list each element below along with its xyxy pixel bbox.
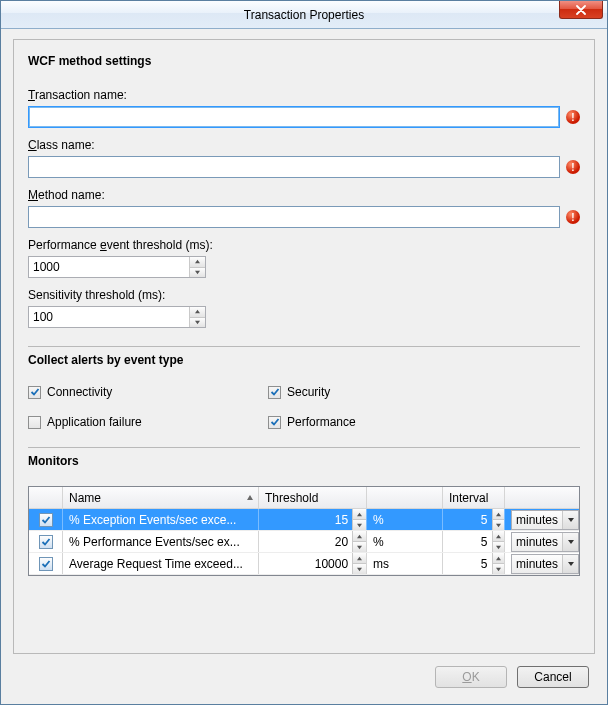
table-row[interactable]: % Exception Events/sec exce...%minutes bbox=[29, 509, 579, 531]
col-interval-unit[interactable] bbox=[505, 487, 579, 508]
spin-up[interactable] bbox=[493, 509, 504, 520]
col-threshold-label: Threshold bbox=[265, 491, 318, 505]
interval-spinner[interactable] bbox=[443, 509, 504, 530]
checkbox-icon bbox=[268, 386, 281, 399]
table-row[interactable]: % Performance Events/sec ex...%minutes bbox=[29, 531, 579, 553]
checkbox-icon bbox=[268, 416, 281, 429]
row-checkbox[interactable] bbox=[39, 513, 53, 527]
threshold-input[interactable] bbox=[259, 509, 352, 530]
monitors-heading: Monitors bbox=[28, 454, 580, 468]
row-checkbox[interactable] bbox=[39, 557, 53, 571]
titlebar: Transaction Properties bbox=[1, 1, 607, 29]
col-threshold[interactable]: Threshold bbox=[259, 487, 367, 508]
col-checkbox[interactable] bbox=[29, 487, 63, 508]
sens-threshold-input[interactable] bbox=[29, 307, 189, 327]
alerts-checks: ConnectivityApplication failureSecurityP… bbox=[28, 385, 580, 429]
threshold-spinner[interactable] bbox=[259, 509, 366, 530]
spin-up[interactable] bbox=[353, 553, 366, 564]
checkbox-label: Security bbox=[287, 385, 330, 399]
interval-spinner[interactable] bbox=[443, 553, 504, 574]
client-area: WCF method settings Transaction name: ! … bbox=[1, 29, 607, 704]
row-unit: % bbox=[367, 531, 443, 552]
wcf-heading: WCF method settings bbox=[28, 54, 580, 68]
row-name: % Exception Events/sec exce... bbox=[63, 509, 259, 530]
chevron-down-icon bbox=[562, 511, 578, 529]
table-row[interactable]: Average Request Time exceed...msminutes bbox=[29, 553, 579, 575]
spin-down[interactable] bbox=[493, 564, 504, 574]
checkbox-performance[interactable]: Performance bbox=[268, 415, 508, 429]
sort-asc-icon bbox=[246, 491, 254, 505]
row-name: % Performance Events/sec ex... bbox=[63, 531, 259, 552]
spin-up[interactable] bbox=[493, 553, 504, 564]
threshold-input[interactable] bbox=[259, 531, 352, 552]
checkbox-label: Connectivity bbox=[47, 385, 112, 399]
transaction-name-label: Transaction name: bbox=[28, 88, 580, 102]
perf-threshold-spinner[interactable] bbox=[28, 256, 206, 278]
row-unit: % bbox=[367, 509, 443, 530]
col-interval[interactable]: Interval bbox=[443, 487, 505, 508]
checkbox-security[interactable]: Security bbox=[268, 385, 508, 399]
spin-up[interactable] bbox=[493, 531, 504, 542]
spin-down[interactable] bbox=[190, 268, 205, 278]
alerts-heading: Collect alerts by event type bbox=[28, 353, 580, 367]
spin-up[interactable] bbox=[353, 509, 366, 520]
perf-threshold-label: Performance event threshold (ms): bbox=[28, 238, 580, 252]
combo-value: minutes bbox=[512, 535, 562, 549]
perf-threshold-input[interactable] bbox=[29, 257, 189, 277]
class-name-input[interactable] bbox=[28, 156, 560, 178]
class-name-label: Class name: bbox=[28, 138, 580, 152]
threshold-input[interactable] bbox=[259, 553, 352, 574]
ok-button[interactable]: OK bbox=[435, 666, 507, 688]
interval-input[interactable] bbox=[443, 531, 492, 552]
interval-unit-combo[interactable]: minutes bbox=[511, 510, 579, 530]
spin-down[interactable] bbox=[493, 542, 504, 552]
window-title: Transaction Properties bbox=[244, 8, 364, 22]
monitors-table: Name Threshold Interval % Exception Even… bbox=[28, 486, 580, 576]
interval-input[interactable] bbox=[443, 509, 492, 530]
interval-spinner[interactable] bbox=[443, 531, 504, 552]
threshold-spinner[interactable] bbox=[259, 531, 366, 552]
dialog-window: Transaction Properties WCF method settin… bbox=[0, 0, 608, 705]
close-button[interactable] bbox=[559, 1, 603, 19]
spin-up[interactable] bbox=[190, 307, 205, 318]
row-name: Average Request Time exceed... bbox=[63, 553, 259, 574]
error-icon: ! bbox=[566, 160, 580, 174]
col-unit[interactable] bbox=[367, 487, 443, 508]
interval-unit-combo[interactable]: minutes bbox=[511, 554, 579, 574]
dialog-buttons: OK Cancel bbox=[13, 654, 595, 694]
checkbox-icon bbox=[28, 416, 41, 429]
interval-input[interactable] bbox=[443, 553, 492, 574]
threshold-spinner[interactable] bbox=[259, 553, 366, 574]
method-name-label: Method name: bbox=[28, 188, 580, 202]
sens-threshold-spinner[interactable] bbox=[28, 306, 206, 328]
combo-value: minutes bbox=[512, 557, 562, 571]
spin-down[interactable] bbox=[493, 520, 504, 530]
checkbox-label: Performance bbox=[287, 415, 356, 429]
col-name[interactable]: Name bbox=[63, 487, 259, 508]
spin-up[interactable] bbox=[190, 257, 205, 268]
checkbox-icon bbox=[28, 386, 41, 399]
sens-threshold-label: Sensitivity threshold (ms): bbox=[28, 288, 580, 302]
checkbox-application-failure[interactable]: Application failure bbox=[28, 415, 268, 429]
close-icon bbox=[576, 5, 586, 15]
interval-unit-combo[interactable]: minutes bbox=[511, 532, 579, 552]
col-interval-label: Interval bbox=[449, 491, 488, 505]
spin-up[interactable] bbox=[353, 531, 366, 542]
spin-down[interactable] bbox=[353, 542, 366, 552]
row-checkbox[interactable] bbox=[39, 535, 53, 549]
method-name-input[interactable] bbox=[28, 206, 560, 228]
spin-down[interactable] bbox=[353, 520, 366, 530]
chevron-down-icon bbox=[562, 533, 578, 551]
separator bbox=[28, 346, 580, 347]
error-icon: ! bbox=[566, 210, 580, 224]
checkbox-connectivity[interactable]: Connectivity bbox=[28, 385, 268, 399]
transaction-name-input[interactable] bbox=[28, 106, 560, 128]
main-panel: WCF method settings Transaction name: ! … bbox=[13, 39, 595, 654]
monitors-header: Name Threshold Interval bbox=[29, 487, 579, 509]
separator bbox=[28, 447, 580, 448]
spin-down[interactable] bbox=[190, 318, 205, 328]
spin-down[interactable] bbox=[353, 564, 366, 574]
cancel-button[interactable]: Cancel bbox=[517, 666, 589, 688]
checkbox-label: Application failure bbox=[47, 415, 142, 429]
col-name-label: Name bbox=[69, 491, 101, 505]
